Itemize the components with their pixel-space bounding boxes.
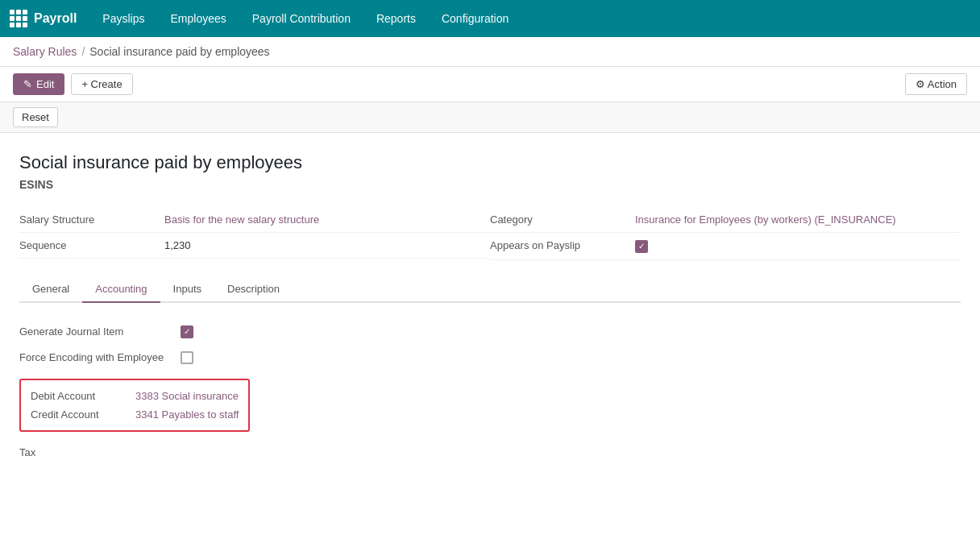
grid-icon <box>10 10 27 27</box>
sequence-value: 1,230 <box>164 239 191 251</box>
generate-journal-row: Generate Journal Item <box>19 319 961 345</box>
main-content: Social insurance paid by employees ESINS… <box>0 133 980 543</box>
force-encoding-label: Force Encoding with Employee <box>19 351 181 363</box>
edit-button[interactable]: ✎ Edit <box>13 73 64 95</box>
sequence-row: Sequence 1,230 <box>19 233 490 259</box>
category-value[interactable]: Insurance for Employees (by workers) (E_… <box>635 213 896 226</box>
force-encoding-row: Force Encoding with Employee <box>19 345 961 371</box>
breadcrumb-link[interactable]: Salary Rules <box>13 45 77 58</box>
edit-icon: ✎ <box>23 78 32 90</box>
nav-payslips[interactable]: Payslips <box>89 0 157 37</box>
credit-account-value[interactable]: 3341 Payables to staff <box>135 408 239 421</box>
appears-on-payslip-checkbox[interactable] <box>635 240 648 253</box>
salary-structure-row: Salary Structure Basis for the new salar… <box>19 207 490 233</box>
record-code: ESINS <box>19 178 961 191</box>
nav-configuration[interactable]: Configuration <box>429 0 521 37</box>
top-navigation: Payroll Payslips Employees Payroll Contr… <box>0 0 980 37</box>
app-logo[interactable]: Payroll <box>10 10 77 27</box>
fields-grid: Salary Structure Basis for the new salar… <box>19 207 961 260</box>
sequence-label: Sequence <box>19 239 164 251</box>
account-section: Debit Account 3383 Social insurance Cred… <box>19 379 250 432</box>
debit-account-row: Debit Account 3383 Social insurance <box>31 387 239 405</box>
tab-accounting[interactable]: Accounting <box>82 276 160 303</box>
appears-on-payslip-label: Appears on Payslip <box>490 239 635 251</box>
debit-account-value[interactable]: 3383 Social insurance <box>135 390 239 402</box>
generate-journal-checkbox[interactable] <box>181 325 193 338</box>
nav-employees[interactable]: Employees <box>158 0 239 37</box>
tab-inputs[interactable]: Inputs <box>160 276 214 303</box>
right-fields: Category Insurance for Employees (by wor… <box>490 207 961 260</box>
record-title: Social insurance paid by employees <box>19 152 961 173</box>
salary-structure-label: Salary Structure <box>19 213 164 226</box>
toolbar-right: ⚙ Action <box>905 73 967 95</box>
tax-label: Tax <box>19 446 181 458</box>
breadcrumb-separator: / <box>81 45 85 58</box>
salary-structure-value[interactable]: Basis for the new salary structure <box>164 213 319 226</box>
tax-row: Tax <box>19 440 961 465</box>
account-section-wrapper: Debit Account 3383 Social insurance Cred… <box>19 375 961 435</box>
credit-account-label: Credit Account <box>31 408 135 421</box>
category-label: Category <box>490 213 635 226</box>
tab-general[interactable]: General <box>19 276 82 303</box>
subtoolbar: Reset <box>0 102 980 133</box>
force-encoding-checkbox[interactable] <box>181 351 193 364</box>
breadcrumb: Salary Rules / Social insurance paid by … <box>0 37 980 67</box>
generate-journal-label: Generate Journal Item <box>19 325 181 338</box>
tab-description[interactable]: Description <box>214 276 293 303</box>
appears-on-payslip-row: Appears on Payslip <box>490 233 961 260</box>
tabs: General Accounting Inputs Description <box>19 276 961 303</box>
create-button[interactable]: + Create <box>71 73 132 95</box>
toolbar-left: ✎ Edit + Create <box>13 73 133 95</box>
left-fields: Salary Structure Basis for the new salar… <box>19 207 490 260</box>
breadcrumb-current: Social insurance paid by employees <box>89 45 269 58</box>
nav-reports[interactable]: Reports <box>363 0 429 37</box>
category-row: Category Insurance for Employees (by wor… <box>490 207 961 233</box>
debit-account-label: Debit Account <box>31 390 135 402</box>
nav-payroll-contribution[interactable]: Payroll Contribution <box>239 0 363 37</box>
app-name: Payroll <box>34 11 77 26</box>
action-button[interactable]: ⚙ Action <box>905 73 967 95</box>
credit-account-row: Credit Account 3341 Payables to staff <box>31 405 239 424</box>
nav-menu: Payslips Employees Payroll Contribution … <box>89 0 521 37</box>
reset-button[interactable]: Reset <box>13 107 58 127</box>
accounting-tab-content: Generate Journal Item Force Encoding wit… <box>19 319 961 465</box>
toolbar: ✎ Edit + Create ⚙ Action <box>0 67 980 102</box>
